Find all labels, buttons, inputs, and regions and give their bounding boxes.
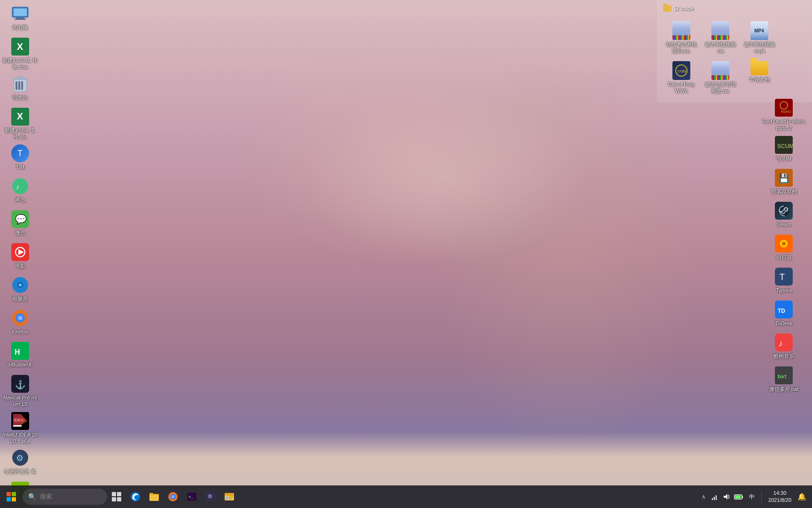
svg-point-22 [18,316,23,320]
network-icon [710,492,718,501]
icon-excel1[interactable]: X 新建XLSX工 作表.xlsx [0,35,40,72]
panel-icon-online-test[interactable]: 在线考试系统 源码.rar [664,20,699,56]
search-placeholder: 搜索 [40,492,52,501]
icon-label-buju-save: 部落存存档 [771,188,797,195]
taskbar-tools[interactable]: ⚙ [201,487,220,506]
panel-label-supermarket-manage: 超市仓库管理 系统.rar [704,81,736,95]
taskbar-terminal[interactable]: >_ [182,487,201,506]
icon-label-red-dead: Red Dead R edemption 2 [762,118,805,132]
taskbar-file-explorer[interactable] [145,487,164,506]
tray-divider [761,490,762,503]
svg-rect-76 [714,497,715,500]
icon-idea[interactable]: IDEA IntelliJ IDEA 2020.1 x64 [0,410,40,447]
taskbar-edge[interactable] [126,487,145,506]
icon-label-dev: 公测开发正 具 [4,468,36,475]
desktop-icons-left: 此电脑 X 新建XLSX工 作表.xlsx 回收站 [0,0,42,508]
file-explorer-icon [148,491,160,502]
taskbar-explorer2[interactable] [220,487,239,506]
icon-computer[interactable]: 此电脑 [0,2,40,35]
svg-text:⚙: ⚙ [16,453,23,463]
panel-label-cod-wwii: Call of Duty WWII [665,81,697,95]
buju-folder-icon [750,61,768,75]
svg-rect-58 [117,492,121,496]
panel-icon-buju-folder[interactable]: 半设文档 [742,60,777,96]
svg-rect-75 [712,498,713,500]
svg-marker-78 [724,494,727,500]
taskbar: 🔍 搜索 [0,485,812,508]
terminal-icon: >_ [186,491,197,502]
network-tray-icon[interactable] [709,491,720,502]
dcode-folder-icon [663,5,671,12]
svg-rect-62 [149,494,159,501]
icon-label-music: 电脑音 [12,295,28,302]
icon-firefox[interactable]: Firefox [0,307,40,340]
taskbar-search[interactable]: 🔍 搜索 [23,489,107,505]
icon-sunflower[interactable]: 向日葵 [760,232,807,265]
svg-rect-8 [13,78,28,80]
svg-point-10 [12,178,28,194]
ime-tray-icon[interactable]: 中 [745,491,758,502]
svg-rect-28 [13,425,22,427]
clock-display[interactable]: 14:30 2021/8/20 [765,490,795,504]
icon-wechat-multi[interactable]: bat 微信多开.bat [760,364,807,397]
icon-label-sunflower: 向日葵 [776,254,792,261]
icon-weixin[interactable]: 💬 微信 [0,208,40,241]
clock-time: 14:30 [773,490,787,497]
icon-dev[interactable]: ⚙ 公测开发正 具 [0,446,40,479]
taskbar-firefox[interactable] [164,487,182,506]
icon-recycle[interactable]: 回收站 [0,72,40,105]
svg-text:SCUM: SCUM [777,143,793,150]
icon-tim[interactable]: T TIM [0,142,40,175]
icon-hbuilder[interactable]: H HBuilderX [0,340,40,373]
dcode-folder-label: D:\code [674,5,694,12]
battery-tray-icon[interactable] [733,491,744,502]
search-icon: 🔍 [28,493,36,500]
icon-label-kugou: 酷狗音乐 [773,353,794,359]
svg-rect-71 [225,493,234,496]
panel-icon-supermarket-mp4[interactable]: MP4 超市系统视频 .mp4 [742,20,777,56]
icon-label-hbuilder: HBuilderX [8,361,32,368]
volume-tray-icon[interactable] [721,491,732,502]
top-panel-icons-container: 在线考试系统 源码.rar 超市系统视频 .rar MP4 超市系统视频 .mp… [661,17,808,98]
panel-icon-cod-wwii[interactable]: COD Call of Duty WWII [664,60,699,96]
icon-label-scum: SCUM [776,155,791,162]
icon-typora[interactable]: T Typora [760,265,807,298]
icon-scum[interactable]: SCUM SCUM [760,134,807,167]
firefox-taskbar-icon [167,491,179,502]
icon-label-tim: TIM [16,164,24,170]
panel-label-supermarket-mp4: 超市系统视频 .mp4 [743,41,775,55]
icon-steam[interactable]: Steam [760,199,807,232]
notification-chevron-button[interactable]: ∧ [700,492,708,502]
icon-excel2[interactable]: X 新建XLSX 工 作.xls [0,105,40,143]
svg-rect-73 [229,497,233,498]
icon-yantu[interactable]: ♪ 声办 [0,175,40,208]
tools-icon: ⚙ [205,491,216,502]
panel-label-buju: 半设文档 [749,76,770,83]
svg-rect-23 [11,342,29,360]
notifications-tray-icon[interactable]: 🔔 [796,491,807,502]
icon-red-dead[interactable]: RDR2 Red Dead R edemption 2 [760,96,807,134]
svg-text:💾: 💾 [779,173,789,183]
icon-navicat[interactable]: ⚓ Navicat Pre mium 15 [0,373,40,410]
task-view-button[interactable] [107,487,126,506]
icon-label-yantu: 声办 [15,197,25,203]
svg-text:♪: ♪ [779,339,783,348]
icon-music[interactable]: 电脑音 [0,274,40,307]
icon-label-idea: IntelliJ IDEA 2020.1 x64 [2,431,38,445]
svg-text:RDR2: RDR2 [781,110,791,114]
icon-kugou[interactable]: ♪ 酷狗音乐 [760,331,807,364]
svg-text:T: T [780,272,785,282]
desktop-icons-right: RDR2 Red Dead R edemption 2 SCUM SCUM 💾 [760,94,812,399]
start-button[interactable] [0,486,23,507]
show-desktop-button[interactable] [808,487,812,506]
icon-todesk[interactable]: TD ToDesk [760,298,807,331]
svg-rect-2 [16,17,24,19]
icon-movie[interactable]: 电影 [0,241,40,274]
task-view-icon [111,492,122,502]
icon-buju-save[interactable]: 💾 部落存存档 [760,167,807,199]
svg-rect-7 [21,81,23,90]
panel-icon-supermarket-manage[interactable]: 超市仓库管理 系统.rar [703,60,738,96]
svg-point-48 [782,242,786,246]
icon-label-navicat: Navicat Pre mium 15 [2,394,38,408]
panel-icon-supermarket-rar[interactable]: 超市系统视频 .rar [703,20,738,56]
